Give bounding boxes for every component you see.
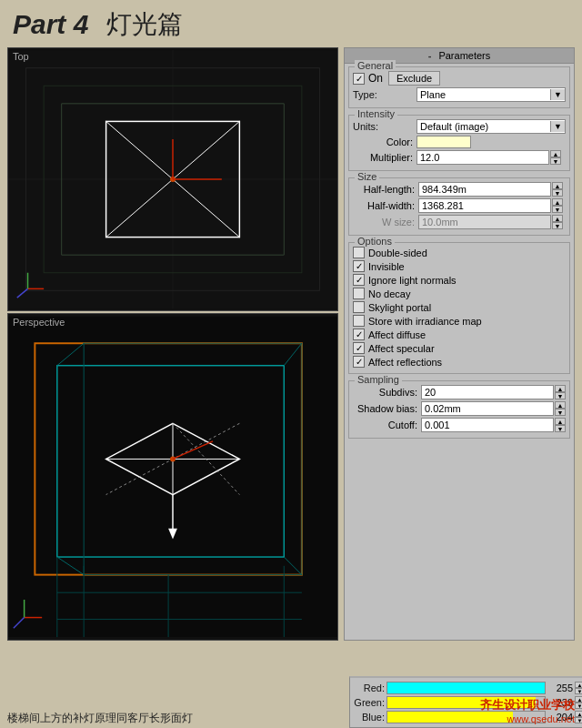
half-length-up-btn[interactable]: ▲: [552, 182, 563, 189]
option-row-double-sided: Double-sided: [353, 247, 566, 258]
on-checkbox[interactable]: [353, 73, 365, 85]
subdivs-spinner[interactable]: ▲ ▼: [421, 385, 566, 399]
cutoff-spinner[interactable]: ▲ ▼: [421, 418, 566, 432]
size-label: Size: [355, 171, 379, 182]
multiplier-spinner-buttons: ▲ ▼: [550, 150, 561, 165]
option-row-invisible: Invisible: [353, 260, 566, 272]
w-size-spinner[interactable]: ▲ ▼: [418, 215, 563, 229]
red-down-btn[interactable]: ▼: [575, 688, 582, 694]
subdivs-down-btn[interactable]: ▼: [555, 392, 566, 399]
watermark: 齐生设计职业学校 www.qsedu.net: [480, 697, 575, 724]
main-layout: Top: [0, 47, 582, 641]
option-label-affect-reflections: Affect reflections: [368, 357, 442, 368]
multiplier-label: Multiplier:: [353, 152, 416, 163]
option-checkbox-ignore-light-normals[interactable]: [353, 274, 365, 286]
sampling-label: Sampling: [355, 374, 402, 385]
blue-down-btn[interactable]: ▼: [575, 717, 582, 723]
perspective-viewport: Perspective: [7, 313, 338, 641]
w-size-spinner-buttons: ▲ ▼: [552, 215, 563, 229]
title-area: Part 4 灯光篇: [0, 0, 582, 47]
green-spinner: ▲ ▼: [575, 696, 582, 709]
on-checkbox-area[interactable]: On: [353, 72, 383, 85]
option-label-affect-diffuse: Affect diffuse: [368, 329, 426, 340]
color-label: Color:: [353, 136, 416, 147]
half-width-input[interactable]: [418, 198, 551, 213]
red-track[interactable]: [386, 682, 546, 694]
options-list: Double-sidedInvisibleIgnore light normal…: [353, 247, 566, 368]
green-up-btn[interactable]: ▲: [575, 696, 582, 703]
subdivs-spinner-buttons: ▲ ▼: [555, 385, 566, 399]
option-row-affect-reflections: Affect reflections: [353, 356, 566, 368]
red-up-btn[interactable]: ▲: [575, 682, 582, 688]
subdivs-input[interactable]: [421, 385, 554, 399]
title-part: Part 4: [13, 9, 88, 40]
type-value: Plane: [417, 88, 550, 101]
multiplier-down-btn[interactable]: ▼: [550, 157, 561, 165]
w-size-row: W size: ▲ ▼: [353, 215, 566, 229]
half-width-up-btn[interactable]: ▲: [552, 198, 563, 206]
option-label-invisible: Invisible: [368, 261, 405, 272]
intensity-label: Intensity: [355, 108, 397, 119]
w-size-label: W size:: [353, 217, 418, 228]
green-label: Green:: [354, 697, 385, 708]
half-width-down-btn[interactable]: ▼: [552, 206, 563, 213]
half-width-spinner[interactable]: ▲ ▼: [418, 198, 563, 213]
caption-text: 楼梯间上方的补灯原理同客厅长形面灯: [7, 712, 193, 724]
subdivs-up-btn[interactable]: ▲: [555, 385, 566, 392]
option-checkbox-affect-reflections[interactable]: [353, 356, 365, 368]
red-spinner: ▲ ▼: [575, 682, 582, 694]
option-checkbox-affect-specular[interactable]: [353, 342, 365, 354]
shadow-bias-label: Shadow bias:: [353, 403, 421, 414]
shadow-bias-spinner-buttons: ▲ ▼: [555, 401, 566, 416]
blue-spinner: ▲ ▼: [575, 711, 582, 723]
shadow-bias-up-btn[interactable]: ▲: [555, 401, 566, 409]
viewports: Top: [7, 47, 338, 641]
option-checkbox-affect-diffuse[interactable]: [353, 329, 365, 340]
green-down-btn[interactable]: ▼: [575, 703, 582, 709]
half-length-down-btn[interactable]: ▼: [552, 189, 563, 197]
exclude-button[interactable]: Exclude: [388, 71, 440, 86]
option-checkbox-no-decay[interactable]: [353, 288, 365, 299]
color-swatch[interactable]: [416, 136, 471, 148]
half-length-label: Half-length:: [353, 184, 418, 195]
shadow-bias-input[interactable]: [421, 401, 554, 416]
shadow-bias-down-btn[interactable]: ▼: [555, 409, 566, 416]
option-checkbox-double-sided[interactable]: [353, 247, 365, 258]
multiplier-input[interactable]: [416, 150, 549, 165]
units-dropdown[interactable]: Default (image) ▼: [416, 119, 566, 134]
blue-up-btn[interactable]: ▲: [575, 711, 582, 717]
w-size-down-btn[interactable]: ▼: [552, 222, 563, 229]
cutoff-up-btn[interactable]: ▲: [555, 418, 566, 425]
w-size-up-btn[interactable]: ▲: [552, 215, 563, 222]
half-length-spinner[interactable]: ▲ ▼: [418, 182, 563, 197]
shadow-bias-spinner[interactable]: ▲ ▼: [421, 401, 566, 416]
red-value: 255: [547, 682, 573, 693]
red-fill: [387, 682, 545, 693]
half-length-input[interactable]: [418, 182, 551, 197]
w-size-input[interactable]: [418, 215, 551, 229]
cutoff-label: Cutoff:: [353, 420, 421, 430]
options-label: Options: [355, 236, 395, 247]
units-dropdown-arrow[interactable]: ▼: [550, 121, 565, 132]
size-section: Size Half-length: ▲ ▼ Half-width: ▲: [348, 177, 570, 236]
half-length-spinner-buttons: ▲ ▼: [552, 182, 563, 197]
type-dropdown[interactable]: Plane ▼: [416, 87, 566, 102]
panel-collapse-icon[interactable]: -: [428, 50, 432, 61]
red-label: Red:: [354, 682, 385, 693]
option-checkbox-skylight-portal[interactable]: [353, 301, 365, 313]
option-checkbox-invisible[interactable]: [353, 260, 365, 272]
intensity-section: Intensity Units: Default (image) ▼ Color…: [348, 115, 570, 171]
multiplier-spinner[interactable]: ▲ ▼: [416, 150, 561, 165]
subdivs-label: Subdivs:: [353, 387, 421, 398]
watermark-line1: 齐生设计职业学校: [480, 697, 575, 713]
perspective-viewport-label: Perspective: [13, 317, 65, 328]
type-dropdown-arrow[interactable]: ▼: [550, 89, 565, 100]
cutoff-down-btn[interactable]: ▼: [555, 425, 566, 432]
perspective-viewport-svg: [8, 314, 337, 640]
option-checkbox-store-irradiance[interactable]: [353, 315, 365, 327]
option-label-affect-specular: Affect specular: [368, 343, 435, 354]
multiplier-up-btn[interactable]: ▲: [550, 150, 561, 157]
units-row: Units: Default (image) ▼: [353, 119, 566, 134]
units-value: Default (image): [417, 120, 550, 133]
cutoff-input[interactable]: [421, 418, 554, 432]
